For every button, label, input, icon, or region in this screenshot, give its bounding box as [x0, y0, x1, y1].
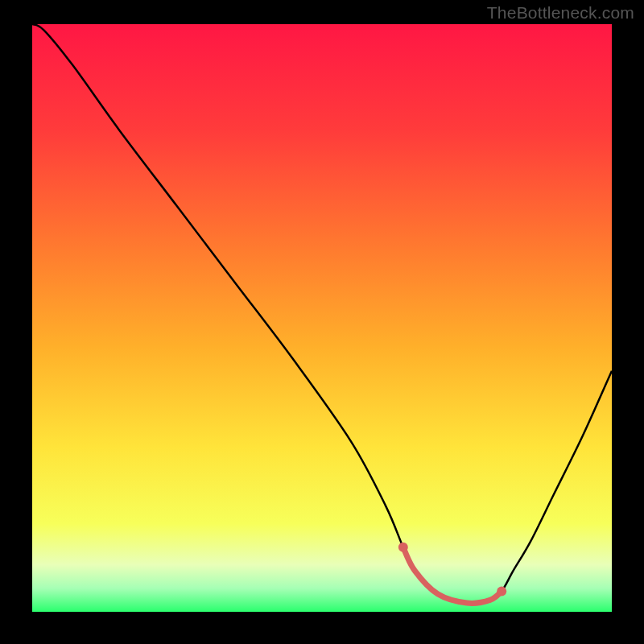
bottleneck-chart — [32, 24, 612, 612]
watermark-text: TheBottleneck.com — [487, 3, 634, 23]
gradient-background — [32, 24, 612, 612]
highlight-dot — [398, 543, 408, 552]
plot-area — [32, 24, 612, 612]
chart-frame: TheBottleneck.com — [0, 0, 644, 644]
highlight-dot — [497, 586, 506, 596]
